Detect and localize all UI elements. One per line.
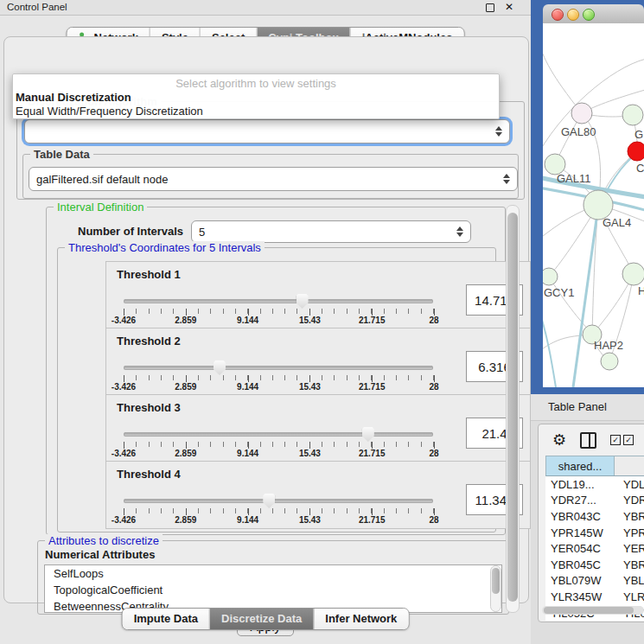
- table-cell: YDL19...: [545, 478, 618, 491]
- bottom-tab-impute-data[interactable]: Impute Data: [123, 609, 209, 629]
- table-row[interactable]: YBL079WYBL0: [545, 573, 644, 590]
- table-row[interactable]: YBR043CYBR0: [545, 508, 644, 525]
- node-label-partial-h: H: [638, 284, 644, 297]
- split-columns-icon[interactable]: [580, 432, 596, 449]
- tick-label: 9.144: [237, 449, 258, 458]
- threshold-slider[interactable]: [124, 432, 433, 437]
- threshold-label: Threshold 1: [117, 268, 181, 281]
- node-partial-bottom[interactable]: [601, 353, 618, 370]
- table-cell: YER054C: [545, 542, 618, 555]
- threshold-panel-1: Threshold 1-3.4262.8599.14415.4321.71528…: [105, 261, 531, 329]
- close-icon[interactable]: ✕: [505, 0, 513, 15]
- table-row[interactable]: YDR27...YDR2: [545, 493, 644, 509]
- interval-definition-title: Interval Definition: [54, 201, 147, 214]
- threshold-slider[interactable]: [124, 499, 433, 503]
- tick-label: 21.715: [359, 515, 386, 525]
- tick-label: 28: [429, 449, 438, 458]
- slider-ticks: [124, 375, 434, 380]
- number-of-intervals-combobox[interactable]: 5: [191, 220, 471, 243]
- thresholds-group-title: Threshold's Coordinates for 5 Intervals: [65, 241, 265, 254]
- popup-item-manual[interactable]: Manual Discretization: [16, 91, 131, 104]
- number-of-intervals-label: Number of Intervals: [78, 225, 183, 238]
- tick-label: -3.426: [112, 515, 136, 525]
- tick-label: 9.144: [237, 515, 258, 525]
- column-header-name[interactable]: name: [615, 456, 644, 475]
- slider-ticks: [124, 442, 434, 447]
- numerical-attributes-list[interactable]: SelfLoopsTopologicalCoefficientBetweenne…: [44, 564, 502, 613]
- node-label-partial-g: G: [634, 128, 643, 141]
- node-label-partial-c: C: [636, 162, 644, 175]
- tick-label: 21.715: [359, 316, 386, 325]
- attributes-group-title: Attributes to discretize: [45, 534, 163, 547]
- bottom-tab-infer-network[interactable]: Infer Network: [313, 609, 408, 629]
- node-gcy1[interactable]: [543, 268, 558, 285]
- slider-ticks: [124, 309, 434, 314]
- network-graph: GAL80 G GAL11 C GAL4 GCY1 H HAP2: [543, 23, 644, 387]
- algorithm-combobox[interactable]: [24, 119, 510, 143]
- table-row[interactable]: YLR345WYLR3: [545, 589, 644, 605]
- table-cell: YBR0: [618, 558, 644, 571]
- tick-label: 15.43: [299, 382, 321, 392]
- number-of-intervals-value: 5: [199, 226, 205, 239]
- attribute-list-item[interactable]: SelfLoops: [45, 565, 501, 582]
- network-view-window: GAL80 G GAL11 C GAL4 GCY1 H HAP2: [543, 4, 644, 387]
- gear-icon[interactable]: ⚙: [552, 432, 566, 448]
- table-panel-body: ⚙ ✓ ✓ shared...nameYDL19...YDL1YDR27...Y…: [538, 424, 644, 622]
- table-data-combo-value: galFiltered.sif default node: [36, 173, 168, 186]
- tick-label: 15.43: [299, 515, 321, 525]
- minimize-traffic-light-icon[interactable]: [567, 9, 579, 21]
- cyni-toolbox-content: Discretization Algorithm Table Data galF…: [3, 36, 529, 603]
- tick-label: -3.426: [112, 382, 136, 392]
- slider-thumb-icon[interactable]: [263, 494, 275, 508]
- threshold-slider[interactable]: [124, 366, 433, 370]
- attribute-list-item[interactable]: TopologicalCoefficient: [45, 582, 501, 598]
- table-row[interactable]: YPR145WYPR1: [545, 525, 644, 541]
- node-partial-right-top[interactable]: [622, 105, 643, 125]
- table-cell: YDL1: [618, 478, 644, 491]
- slider-thumb-icon[interactable]: [214, 360, 226, 375]
- network-window-titlebar: [543, 4, 644, 24]
- node-label-gal11: GAL11: [557, 172, 591, 185]
- node-label-hap2: HAP2: [594, 339, 623, 352]
- popup-prompt-item[interactable]: Select algorithm to view settings: [13, 77, 499, 90]
- node-attribute-table[interactable]: shared...nameYDL19...YDL1YDR27...YDR2YBR…: [545, 456, 644, 621]
- network-canvas[interactable]: GAL80 G GAL11 C GAL4 GCY1 H HAP2: [543, 23, 644, 387]
- tick-label: 15.43: [299, 449, 321, 458]
- table-cell: YPR1: [618, 526, 644, 539]
- threshold-slider[interactable]: [124, 299, 433, 303]
- table-cell: YER0: [618, 542, 644, 555]
- table-cell: YBR043C: [545, 510, 618, 523]
- threshold-label: Threshold 2: [117, 335, 181, 348]
- table-row[interactable]: YBR045CYBR0: [545, 557, 644, 573]
- slider-ticks: [124, 508, 434, 513]
- table-row[interactable]: YDL19...YDL1: [545, 476, 644, 493]
- float-window-icon[interactable]: [486, 3, 494, 12]
- tick-label: 28: [429, 382, 438, 392]
- attributes-list-scrollbar[interactable]: [490, 565, 501, 612]
- slider-thumb-icon[interactable]: [362, 427, 374, 442]
- table-cell: YBR0: [618, 510, 644, 523]
- table-data-title: Table Data: [30, 148, 93, 161]
- node-gal4[interactable]: [583, 190, 613, 220]
- panel-title: Control Panel: [7, 0, 67, 15]
- node-gal80[interactable]: [571, 103, 592, 124]
- table-cell: YBR045C: [545, 558, 618, 571]
- control-panel-titlebar: Control Panel ✕: [0, 0, 531, 16]
- node-selected-red[interactable]: [628, 142, 644, 161]
- node-partial-right-mid[interactable]: [622, 263, 644, 285]
- slider-thumb-icon[interactable]: [296, 294, 309, 309]
- table-horizontal-scrollbar[interactable]: [542, 606, 644, 615]
- table-row[interactable]: YER054CYER0: [545, 540, 644, 557]
- zoom-traffic-light-icon[interactable]: [583, 9, 595, 21]
- combo-arrows-icon: [495, 126, 502, 137]
- tick-label: -3.426: [112, 316, 136, 325]
- bottom-tab-discretize-data[interactable]: Discretize Data: [209, 609, 313, 629]
- table-data-combobox[interactable]: galFiltered.sif default node: [29, 167, 518, 191]
- checkbox-icon[interactable]: ✓: [610, 435, 621, 445]
- checkbox-icon[interactable]: ✓: [623, 435, 634, 445]
- content-scrollbar[interactable]: [506, 205, 520, 613]
- bottom-tab-label: Discretize Data: [221, 609, 302, 629]
- column-header-shared-name[interactable]: shared...: [546, 456, 615, 475]
- popup-item-equal-width[interactable]: Equal Width/Frequency Discretization: [16, 105, 203, 118]
- close-traffic-light-icon[interactable]: [552, 9, 564, 21]
